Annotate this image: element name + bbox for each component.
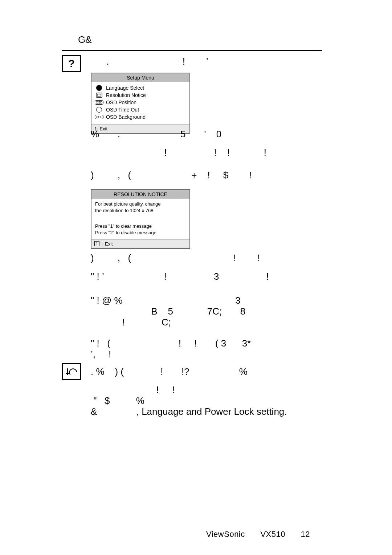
menu-item-language[interactable]: Language Select [95,84,186,92]
text-row-2: ! ! ! ! [91,146,266,159]
text-row-5: " ! ’ ! 3 ! [91,270,269,283]
setup-menu-body: Language Select Resolution Notice OSD OS… [91,82,189,124]
text-row-11: . % ) ( ! !? % [91,365,248,378]
header-rule [62,50,322,51]
resolution-notice-hint2: Press "2" to disable message [95,230,186,236]
menu-item-resolution[interactable]: Resolution Notice [95,92,186,99]
menu-label-osd-background: OSD Background [106,114,146,120]
clock-icon [95,107,103,113]
footer-page: 12 [301,530,310,539]
setup-menu-title: Setup Menu [91,73,189,82]
resolution-notice-block: RESOLUTION NOTICE For best picture quali… [91,187,323,249]
text-row-1: % . 5 ’ 0 [91,128,221,141]
setup-menu-block: Setup Menu Language Select Resolution No… [91,70,323,134]
resolution-notice-hint1: Press "1" to clear message [95,223,186,230]
resolution-notice-osd: RESOLUTION NOTICE For best picture quali… [91,189,190,249]
screen-icon [95,93,103,98]
resolution-notice-line1: For best picture quality, change [95,201,186,207]
text-row-4: ) , ( ! ! [91,252,260,264]
text-row-0: . ! ’ [91,55,208,68]
menu-item-osd-position[interactable]: OSD OSD Position [95,99,186,106]
svg-rect-0 [96,93,102,97]
setup-menu-osd: Setup Menu Language Select Resolution No… [91,73,190,134]
svg-rect-1 [97,94,101,96]
resolution-notice-body: For best picture quality, change the res… [91,199,189,239]
menu-label-language: Language Select [106,85,144,91]
osd-badge-icon: OSD [95,100,103,105]
icon-column-reset [62,363,80,380]
icon-column: ? [62,55,80,72]
section-header: G& [62,34,322,51]
question-glyph: ? [68,57,75,70]
menu-item-osd-background[interactable]: OSD OSD Background [95,113,186,121]
text-row-9: " ! ( ! ! ( 3 3* [91,337,251,350]
osd-badge-icon-2: OSD [95,115,103,119]
text-row-10: ’, ! [91,348,111,361]
menu-item-osd-timeout[interactable]: OSD Time Out [95,106,186,113]
reset-icon [62,363,81,380]
resolution-notice-title: RESOLUTION NOTICE [91,190,189,199]
page-footer: ViewSonic VX510 12 [0,530,392,539]
exit-key-label: : Exit [101,241,113,247]
menu-label-resolution: Resolution Notice [106,92,146,98]
page: G& ? . ! ’ Setup Menu [0,0,392,555]
resolution-notice-line2: the resolution to 1024 x 768 [95,207,186,214]
header-text: G& [78,34,322,45]
menu-label-osd-timeout: OSD Time Out [106,107,139,113]
text-row-14: & , Language and Power Lock setting. [91,405,287,418]
text-row-3: ) , ( + ! $ ! [91,169,252,182]
spacer [95,214,186,223]
question-icon: ? [62,55,81,72]
globe-icon [95,85,103,91]
footer-brand: ViewSonic [206,530,245,539]
footer-model: VX510 [260,530,285,539]
text-row-8: ! C; [91,316,171,329]
menu-label-osd-position: OSD Position [106,100,136,105]
resolution-notice-exit[interactable]: 1 : Exit [91,239,189,248]
exit-key-box: 1 [94,241,99,246]
